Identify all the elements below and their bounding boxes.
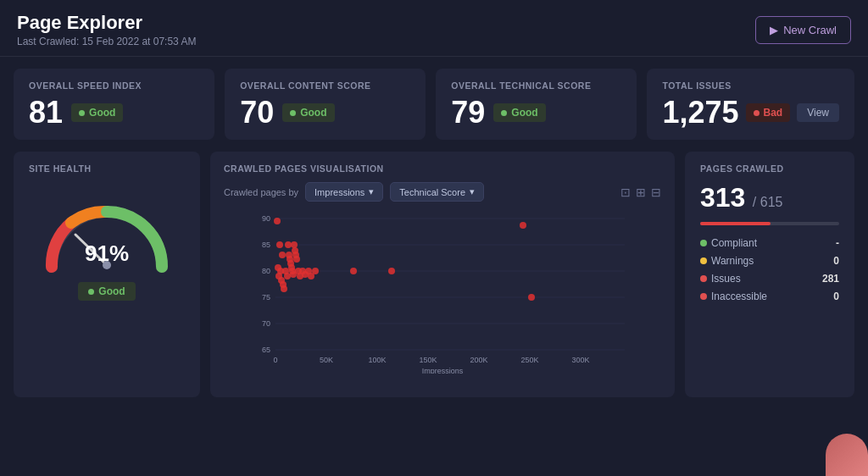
- last-crawled-text: Last Crawled: 15 Feb 2022 at 07:53 AM: [17, 36, 196, 47]
- pages-count: 313: [700, 182, 745, 213]
- svg-point-53: [520, 222, 526, 229]
- site-health-card: SITE HEALTH 91%: [14, 152, 200, 397]
- svg-text:0: 0: [273, 356, 277, 364]
- chart-icon-3[interactable]: ⊟: [651, 185, 661, 199]
- content-score-badge-label: Good: [300, 107, 326, 119]
- view-issues-button[interactable]: View: [797, 103, 839, 122]
- total-issues-card: TOTAL ISSUES 1,275 Bad View: [647, 69, 854, 140]
- svg-text:75: 75: [262, 293, 270, 302]
- content-score-card: OVERALL CONTENT SCORE 70 Good: [225, 69, 426, 140]
- speed-index-badge: Good: [71, 103, 123, 122]
- pages-total: / 615: [753, 195, 783, 209]
- avatar[interactable]: [826, 434, 868, 476]
- metrics-row: OVERALL SPEED INDEX 81 Good OVERALL CONT…: [14, 69, 854, 140]
- legend-list: Compliant - Warnings 0 Issues: [700, 237, 839, 302]
- svg-text:65: 65: [262, 346, 270, 354]
- technical-score-badge: Good: [493, 103, 545, 122]
- svg-text:100K: 100K: [368, 356, 386, 364]
- svg-point-51: [350, 268, 357, 274]
- total-issues-value-row: 1,275 Bad View: [662, 97, 839, 128]
- content-score-dot: [290, 110, 296, 116]
- legend-compliant: Compliant -: [700, 237, 839, 249]
- content-score-label: OVERALL CONTENT SCORE: [240, 80, 410, 91]
- new-crawl-label: New Crawl: [783, 24, 837, 36]
- header-left: Page Explorer Last Crawled: 15 Feb 2022 …: [17, 12, 196, 47]
- page-header: Page Explorer Last Crawled: 15 Feb 2022 …: [0, 0, 868, 57]
- warnings-count: 0: [833, 255, 839, 267]
- svg-text:90: 90: [262, 214, 270, 223]
- svg-text:50K: 50K: [320, 356, 333, 364]
- svg-point-54: [528, 294, 535, 301]
- inaccessible-dot: [700, 293, 707, 300]
- technical-score-card: OVERALL TECHNICAL SCORE 79 Good: [436, 69, 637, 140]
- speed-index-badge-label: Good: [89, 107, 115, 119]
- site-health-dot: [88, 289, 94, 295]
- chart-controls-label: Crawled pages by: [224, 187, 298, 197]
- svg-text:Impressions: Impressions: [422, 367, 464, 374]
- total-issues-value: 1,275: [662, 97, 738, 128]
- chart-title: CRAWLED PAGES VISUALISATION: [224, 163, 661, 174]
- total-issues-badge: Bad: [746, 103, 791, 122]
- svg-point-40: [291, 241, 298, 248]
- content-score-value-row: 70 Good: [240, 97, 410, 128]
- speed-index-value-row: 81 Good: [29, 97, 199, 128]
- chart-icon-2[interactable]: ⊞: [636, 185, 646, 199]
- total-issues-dot: [754, 110, 760, 116]
- impressions-dropdown[interactable]: Impressions ▾: [305, 182, 383, 202]
- inaccessible-label: Inaccessible: [711, 291, 767, 302]
- total-issues-badge-label: Bad: [764, 107, 783, 119]
- speed-index-dot: [79, 110, 85, 116]
- pages-count-row: 313 / 615: [700, 182, 839, 213]
- pages-crawled-title: PAGES CRAWLED: [700, 163, 839, 174]
- chevron-down-icon: ▾: [369, 186, 374, 197]
- chart-icons: ⊡ ⊞ ⊟: [620, 185, 661, 199]
- chart-icon-1[interactable]: ⊡: [620, 185, 631, 199]
- speed-index-value: 81: [29, 97, 63, 128]
- compliant-label: Compliant: [711, 237, 757, 249]
- page-title: Page Explorer: [17, 12, 196, 34]
- content-score-value: 70: [240, 97, 274, 128]
- svg-text:200K: 200K: [470, 356, 487, 364]
- svg-point-50: [312, 268, 319, 274]
- technical-score-value-row: 79 Good: [451, 97, 621, 128]
- chart-controls: Crawled pages by Impressions ▾ Technical…: [224, 182, 661, 202]
- svg-text:70: 70: [262, 319, 270, 328]
- speed-index-label: OVERALL SPEED INDEX: [29, 80, 199, 91]
- svg-point-22: [274, 218, 281, 224]
- svg-point-30: [281, 285, 287, 292]
- svg-text:150K: 150K: [419, 356, 437, 364]
- pages-crawled-card: PAGES CRAWLED 313 / 615 Compliant -: [685, 152, 854, 397]
- technical-score-dot: [501, 110, 507, 116]
- technical-score-dropdown-label: Technical Score: [399, 187, 465, 197]
- gauge-container: 91%: [39, 191, 175, 275]
- svg-text:80: 80: [262, 267, 270, 275]
- technical-score-label: OVERALL TECHNICAL SCORE: [451, 80, 621, 91]
- svg-text:300K: 300K: [571, 356, 589, 364]
- compliant-count: -: [836, 237, 839, 249]
- legend-issues: Issues 281: [700, 273, 839, 285]
- scatter-chart: 90 85 80 75 70 65 0 50K 100K: [224, 208, 661, 374]
- chart-card: CRAWLED PAGES VISUALISATION Crawled page…: [210, 152, 675, 397]
- legend-warnings: Warnings 0: [700, 255, 839, 267]
- technical-score-dropdown[interactable]: Technical Score ▾: [390, 182, 484, 202]
- pages-progress-fill: [700, 222, 771, 225]
- site-health-percentage: 91%: [85, 241, 129, 267]
- technical-score-badge-label: Good: [511, 107, 537, 119]
- pages-progress-bar: [700, 222, 839, 225]
- inaccessible-count: 0: [833, 291, 839, 302]
- site-health-badge-label: Good: [98, 285, 125, 297]
- site-health-badge: Good: [78, 282, 135, 301]
- svg-point-33: [285, 241, 292, 248]
- new-crawl-button[interactable]: ▶ New Crawl: [755, 16, 851, 44]
- technical-score-value: 79: [451, 97, 485, 128]
- svg-point-43: [293, 256, 300, 263]
- scatter-svg: 90 85 80 75 70 65 0 50K 100K: [224, 208, 661, 374]
- svg-point-52: [388, 268, 395, 274]
- compliant-dot: [700, 240, 707, 246]
- issues-dot: [700, 275, 707, 282]
- impressions-label: Impressions: [314, 187, 364, 197]
- play-icon: ▶: [770, 24, 778, 36]
- main-content: OVERALL SPEED INDEX 81 Good OVERALL CONT…: [0, 57, 868, 409]
- svg-point-23: [276, 241, 283, 248]
- svg-text:85: 85: [262, 241, 270, 249]
